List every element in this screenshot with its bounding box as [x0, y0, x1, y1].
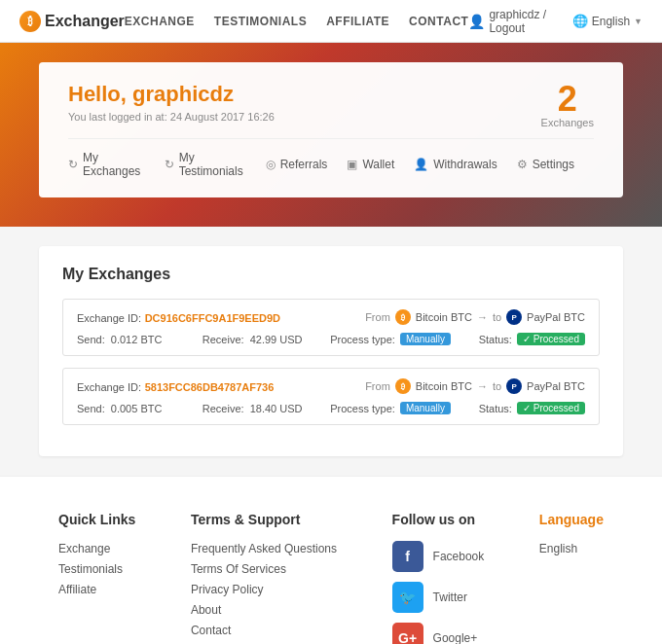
- process-type: Process type: Manually: [330, 333, 451, 345]
- exchange-id-value[interactable]: 5813FCC86DB4787AF736: [145, 381, 275, 393]
- send-value: 0.012 BTC: [111, 334, 163, 345]
- user-icon: 👤: [468, 14, 485, 29]
- nav-contact[interactable]: CONTACT: [409, 15, 468, 28]
- terms-faq[interactable]: Frequently Asked Questions: [191, 542, 337, 555]
- tab-my-exchanges-label: My Exchanges: [83, 151, 145, 178]
- greeting-heading: Hello, graphicdz: [68, 82, 594, 107]
- footer: Quick Links Exchange Testimonials Affili…: [0, 476, 662, 644]
- process-label: Process type:: [330, 403, 395, 414]
- header: ₿ Exchanger EXCHANGE TESTIMONIALS AFFILI…: [0, 0, 662, 43]
- logo-text: Exchanger: [45, 13, 125, 30]
- globe-icon: 🌐: [572, 14, 588, 28]
- status-info: Status: ✓ Processed: [479, 402, 585, 414]
- status-info: Status: ✓ Processed: [479, 333, 585, 345]
- language-col: Language English: [539, 512, 604, 644]
- user-info: 👤 graphicdz / Logout: [468, 8, 558, 35]
- send-label: Send:: [77, 403, 105, 414]
- send-value: 0.005 BTC: [111, 403, 163, 414]
- tab-wallet-label: Wallet: [362, 158, 394, 171]
- googleplus-icon: G+: [392, 623, 423, 644]
- nav-testimonials[interactable]: TESTIMONIALS: [214, 15, 307, 28]
- to-label: to: [493, 311, 501, 323]
- from-to: From ₿ Bitcoin BTC → to P PayPal BTC: [365, 378, 585, 394]
- exchange-row-bottom: Send: 0.005 BTC Receive: 18.40 USD Proce…: [77, 402, 585, 414]
- send-info: Send: 0.005 BTC: [77, 403, 174, 414]
- social-facebook[interactable]: f Facebook: [392, 541, 485, 572]
- receive-info: Receive: 18.40 USD: [202, 403, 303, 414]
- referrals-tab-icon: ◎: [266, 158, 276, 171]
- quick-link-affiliate[interactable]: Affiliate: [58, 583, 96, 596]
- tab-withdrawals-label: Withdrawals: [433, 158, 496, 171]
- social-googleplus[interactable]: G+ Google+: [392, 623, 485, 644]
- receive-value: 18.40 USD: [250, 403, 303, 414]
- send-info: Send: 0.012 BTC: [77, 334, 174, 345]
- tab-my-testimonials[interactable]: ↻ My Testimonials: [165, 151, 246, 178]
- status-label: Status:: [479, 334, 512, 345]
- logo: ₿ Exchanger: [19, 11, 125, 32]
- tab-wallet[interactable]: ▣ Wallet: [347, 151, 394, 178]
- receive-info: Receive: 42.99 USD: [202, 334, 303, 345]
- terms-about[interactable]: About: [191, 603, 221, 617]
- to-currency: PayPal BTC: [527, 380, 585, 392]
- tab-settings[interactable]: ⚙ Settings: [517, 151, 574, 178]
- terms-tos[interactable]: Terms Of Services: [191, 562, 286, 576]
- quick-link-testimonials[interactable]: Testimonials: [58, 562, 123, 576]
- send-label: Send:: [77, 334, 105, 345]
- bitcoin-icon: ₿: [395, 309, 411, 325]
- terms-privacy[interactable]: Privacy Policy: [191, 583, 264, 596]
- tab-referrals[interactable]: ◎ Referrals: [266, 151, 328, 178]
- list-item: Contact: [191, 623, 337, 637]
- last-logged-text: You last logged in at: 24 August 2017 16…: [68, 111, 594, 123]
- exchanges-card: My Exchanges Exchange ID: DC916C6FFC9A1F…: [39, 246, 623, 456]
- quick-link-exchange[interactable]: Exchange: [58, 542, 110, 555]
- lang-text[interactable]: English: [592, 15, 630, 28]
- status-badge: ✓ Processed: [517, 333, 585, 345]
- exchanges-count: 2: [541, 82, 594, 117]
- from-label: From: [365, 311, 390, 323]
- logo-icon: ₿: [19, 11, 41, 32]
- terms-contact[interactable]: Contact: [191, 624, 231, 637]
- quick-links-col: Quick Links Exchange Testimonials Affili…: [58, 512, 135, 644]
- exchange-id-value[interactable]: DC916C6FFC9A1F9EED9D: [145, 312, 280, 324]
- exchange-row-bottom: Send: 0.012 BTC Receive: 42.99 USD Proce…: [77, 333, 585, 345]
- hero-section: Hello, graphicdz You last logged in at: …: [0, 43, 662, 227]
- nav-affiliate[interactable]: AFFILIATE: [326, 15, 389, 28]
- from-label: From: [365, 380, 390, 392]
- paypal-icon: P: [506, 378, 522, 394]
- exchange-row-top: Exchange ID: DC916C6FFC9A1F9EED9D From ₿…: [77, 309, 585, 325]
- settings-tab-icon: ⚙: [517, 158, 528, 171]
- social-twitter[interactable]: 🐦 Twitter: [392, 582, 485, 613]
- user-text[interactable]: graphicdz / Logout: [489, 8, 558, 35]
- exchanges-label: Exchanges: [541, 117, 594, 128]
- lang-english[interactable]: English: [539, 542, 577, 555]
- twitter-label: Twitter: [433, 590, 467, 604]
- quick-links-title: Quick Links: [58, 512, 135, 527]
- tab-settings-label: Settings: [533, 158, 574, 171]
- header-right: 👤 graphicdz / Logout 🌐 English ▼: [468, 8, 643, 35]
- exchanges-title: My Exchanges: [62, 266, 600, 283]
- list-item: Frequently Asked Questions: [191, 541, 337, 555]
- list-item: Exchange: [58, 541, 135, 555]
- to-label: to: [493, 380, 501, 392]
- tab-withdrawals[interactable]: 👤 Withdrawals: [414, 151, 496, 178]
- from-to: From ₿ Bitcoin BTC → to P PayPal BTC: [365, 309, 585, 325]
- wallet-tab-icon: ▣: [347, 158, 357, 171]
- testimonials-tab-icon: ↻: [165, 158, 174, 171]
- paypal-icon: P: [506, 309, 522, 325]
- googleplus-label: Google+: [433, 631, 478, 644]
- tab-referrals-label: Referrals: [280, 158, 328, 171]
- to-currency: PayPal BTC: [527, 311, 585, 323]
- table-row: Exchange ID: DC916C6FFC9A1F9EED9D From ₿…: [62, 299, 600, 356]
- list-item: About: [191, 602, 337, 617]
- account-tabs: ↻ My Exchanges ↻ My Testimonials ◎ Refer…: [68, 138, 594, 178]
- tab-my-exchanges[interactable]: ↻ My Exchanges: [68, 151, 145, 178]
- receive-value: 42.99 USD: [250, 334, 303, 345]
- list-item: Terms Of Services: [191, 561, 337, 576]
- process-label: Process type:: [330, 334, 395, 345]
- main-nav: EXCHANGE TESTIMONIALS AFFILIATE CONTACT: [125, 15, 469, 28]
- social-title: Follow us on: [392, 512, 485, 527]
- nav-exchange[interactable]: EXCHANGE: [125, 15, 195, 28]
- process-badge: Manually: [400, 333, 451, 345]
- facebook-label: Facebook: [433, 550, 485, 563]
- list-item: Affiliate: [58, 582, 135, 596]
